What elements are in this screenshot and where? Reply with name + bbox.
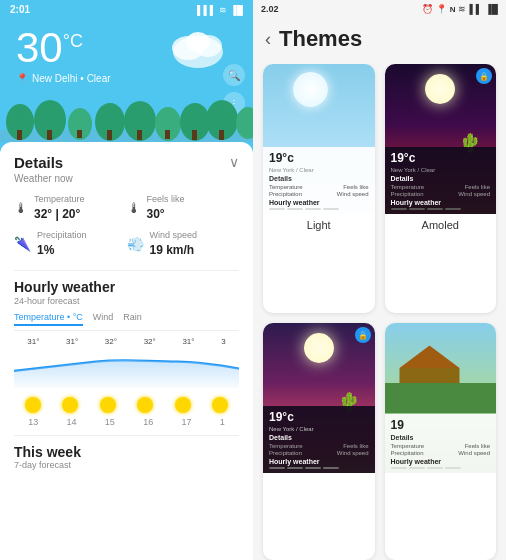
temp-points: 31° 31° 32° 32° 31° 3	[14, 337, 239, 346]
this-week-section: This week 7-day forecast	[14, 444, 239, 470]
svg-rect-12	[107, 130, 112, 140]
signal-icon-right: ▌▌	[469, 4, 482, 14]
temperature-value: 30	[16, 24, 63, 71]
battery-icon: ▐█	[230, 5, 243, 15]
svg-rect-14	[137, 130, 142, 140]
left-time: 2:01	[10, 4, 30, 15]
preview-sun-amoled	[425, 74, 455, 104]
svg-rect-16	[165, 130, 170, 139]
back-button[interactable]: ‹	[265, 29, 271, 50]
tab-wind[interactable]: Wind	[93, 312, 114, 326]
details-header: Details ∨	[14, 154, 239, 171]
light-theme-label: Light	[263, 214, 375, 236]
wind-speed-value: 19 km/h	[150, 243, 195, 257]
hourly-tabs: Temperature • °C Wind Rain	[14, 312, 239, 331]
theme-card-nature[interactable]: 19 Details TemperatureFeels like Precipi…	[385, 323, 497, 560]
wind-icon: 💨	[127, 236, 144, 252]
time-row: 13 14 15 16 17 1	[14, 417, 239, 427]
svg-rect-6	[17, 130, 22, 140]
battery-icon-right: ▐█	[485, 4, 498, 14]
nfc-icon: N	[450, 5, 456, 14]
nature-temp: 19	[391, 418, 491, 432]
left-status-bar: 2:01 ▌▌▌ ≋ ▐█	[0, 0, 253, 19]
divider	[14, 270, 239, 271]
preview-sun-pink	[304, 333, 334, 363]
sun-icon-1	[25, 397, 41, 413]
right-status-icons: ⏰ 📍 N ≋ ▌▌ ▐█	[422, 4, 498, 14]
tab-temperature[interactable]: Temperature • °C	[14, 312, 83, 326]
trees-illustration	[0, 92, 253, 142]
wifi-icon-right: ≋	[458, 4, 466, 14]
light-temp: 19°c	[269, 151, 369, 165]
location-line: 📍 New Delhi • Clear	[16, 73, 237, 84]
precipitation-detail: 🌂 Precipitation 1%	[14, 230, 127, 258]
wifi-icon: ≋	[219, 5, 227, 15]
amoled-temp: 19°c	[391, 151, 491, 165]
svg-rect-10	[77, 130, 82, 138]
temperature-label: Temperature	[34, 194, 85, 204]
light-preview-content: 19°c New York / Clear Details Temperatur…	[263, 147, 375, 214]
temperature-detail: 🌡 Temperature 32° | 20°	[14, 194, 127, 222]
hourly-chart	[14, 348, 239, 393]
amoled-theme-label: Amoled	[385, 214, 497, 236]
pink-lock-icon: 🔒	[355, 327, 371, 343]
signal-icon: ▌▌▌	[197, 5, 216, 15]
feels-like-label: Feels like	[147, 194, 185, 204]
tab-rain[interactable]: Rain	[123, 312, 142, 326]
sun-icon-3	[100, 397, 116, 413]
svg-marker-23	[399, 346, 459, 369]
feels-like-detail: 🌡 Feels like 30°	[127, 194, 240, 222]
weather-hero: 30°C 📍 New Delhi • Clear 🔍 ⋮	[0, 19, 253, 84]
theme-card-light[interactable]: 19°c New York / Clear Details Temperatur…	[263, 64, 375, 313]
theme-preview-pink: 🔒 🌵 19°c New York / Clear Details Temper…	[263, 323, 375, 473]
details-subtitle: Weather now	[14, 173, 239, 184]
svg-point-3	[186, 32, 210, 52]
nature-theme-label	[385, 473, 497, 483]
sun-icon-5	[175, 397, 191, 413]
location-icon: 📍	[436, 4, 447, 14]
svg-rect-25	[385, 383, 497, 413]
temperature-unit: °C	[63, 31, 83, 51]
detail-grid: 🌡 Temperature 32° | 20° 🌡 Feels like 30°…	[14, 194, 239, 258]
this-week-title: This week	[14, 444, 239, 460]
theme-preview-amoled: 🔒 🌵 19°c New York / Clear Details Temper…	[385, 64, 497, 214]
hourly-title: Hourly weather	[14, 279, 239, 295]
alarm-icon: ⏰	[422, 4, 433, 14]
theme-preview-nature: 19 Details TemperatureFeels like Precipi…	[385, 323, 497, 473]
hourly-icons-row	[14, 397, 239, 413]
rain-icon: 🌂	[14, 236, 31, 252]
wind-speed-label: Wind speed	[150, 230, 198, 240]
chevron-down-icon[interactable]: ∨	[229, 154, 239, 170]
precipitation-label: Precipitation	[37, 230, 87, 240]
right-time: 2.02	[261, 4, 279, 14]
theme-card-pink[interactable]: 🔒 🌵 19°c New York / Clear Details Temper…	[263, 323, 375, 560]
left-status-icons: ▌▌▌ ≋ ▐█	[197, 5, 243, 15]
this-week-subtitle: 7-day forecast	[14, 460, 239, 470]
pink-theme-label	[263, 473, 375, 483]
sun-icon-6	[212, 397, 228, 413]
feels-like-value: 30°	[147, 207, 165, 221]
left-panel: 2:01 ▌▌▌ ≋ ▐█ 30°C 📍 New Delhi • Clear 🔍…	[0, 0, 253, 560]
preview-sun-light	[293, 72, 328, 107]
hourly-subtitle: 24-hour forecast	[14, 296, 239, 306]
sun-icon-4	[137, 397, 153, 413]
pink-preview-content: 19°c New York / Clear Details Temperatur…	[263, 406, 375, 473]
svg-rect-20	[219, 130, 224, 140]
pink-temp: 19°c	[269, 410, 369, 424]
nature-preview-content: 19 Details TemperatureFeels like Precipi…	[385, 414, 497, 473]
details-card: Details ∨ Weather now 🌡 Temperature 32° …	[0, 142, 253, 560]
wind-speed-detail: 💨 Wind speed 19 km/h	[127, 230, 240, 258]
location-pin-icon: 📍	[16, 73, 28, 84]
precipitation-value: 1%	[37, 243, 54, 257]
divider-2	[14, 435, 239, 436]
feels-like-icon: 🌡	[127, 200, 141, 216]
location-text: New Delhi • Clear	[32, 73, 111, 84]
amoled-preview-content: 19°c New York / Clear Details Temperatur…	[385, 147, 497, 214]
amoled-lock-icon: 🔒	[476, 68, 492, 84]
search-icon-btn[interactable]: 🔍	[223, 64, 245, 86]
themes-title: Themes	[279, 26, 362, 52]
themes-grid: 19°c New York / Clear Details Temperatur…	[253, 64, 506, 560]
theme-preview-light: 19°c New York / Clear Details Temperatur…	[263, 64, 375, 214]
themes-header: ‹ Themes	[253, 18, 506, 64]
theme-card-amoled[interactable]: 🔒 🌵 19°c New York / Clear Details Temper…	[385, 64, 497, 313]
